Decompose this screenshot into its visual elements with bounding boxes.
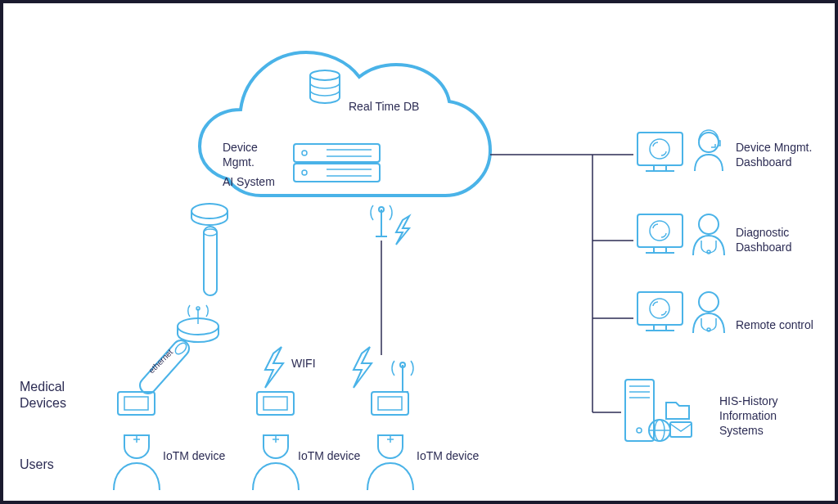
- his-label-2: Information: [719, 409, 777, 422]
- nurse-icon-2: [253, 435, 299, 490]
- svg-rect-9: [638, 133, 683, 165]
- svg-rect-46: [378, 397, 402, 410]
- bolt-cloud-icon: [396, 216, 409, 245]
- diagnostic-dash-2: Dashboard: [736, 241, 792, 254]
- svg-point-18: [699, 292, 719, 312]
- device-mgmt-dash-2: Dashboard: [736, 155, 792, 169]
- bolt-wifi-icon: [265, 347, 283, 388]
- iotm-device-2-icon: [257, 392, 294, 415]
- svg-rect-38: [124, 397, 148, 410]
- folder-icon: [666, 403, 689, 419]
- svg-rect-16: [638, 292, 683, 325]
- his-label-3: Systems: [719, 424, 764, 437]
- support-person-icon: [695, 130, 723, 171]
- antenna-bottom-icon: [392, 361, 413, 392]
- monitor-icon-3: [638, 292, 683, 331]
- svg-rect-45: [372, 392, 408, 415]
- diagnostic-dash-1: Diagnostic: [736, 226, 789, 239]
- monitor-icon-2: [638, 214, 683, 253]
- cloud-icon: [200, 52, 490, 196]
- svg-point-30: [204, 229, 217, 236]
- envelope-icon: [670, 422, 692, 437]
- monitor-icon-1: [638, 133, 683, 171]
- diagram-canvas: Real Time DB Device Mgmt. AI System Medi…: [3, 3, 835, 501]
- svg-point-4: [302, 170, 307, 175]
- medical-devices-label-1: Medical: [20, 380, 65, 394]
- users-label: Users: [20, 457, 54, 472]
- svg-point-17: [650, 299, 669, 318]
- svg-rect-41: [257, 392, 294, 415]
- svg-point-14: [699, 214, 719, 234]
- connector-cloud-right: [490, 155, 633, 412]
- svg-rect-42: [264, 397, 287, 410]
- svg-point-19: [707, 328, 710, 331]
- svg-rect-28: [670, 422, 692, 437]
- globe-icon: [649, 420, 670, 441]
- remote-control-label: Remote control: [736, 318, 813, 331]
- diagram-svg: [3, 3, 835, 501]
- doctor-icon-1: [693, 214, 724, 255]
- svg-rect-12: [638, 214, 683, 247]
- bolt-bottom-icon: [354, 347, 372, 388]
- svg-point-10: [650, 139, 669, 159]
- database-icon: [310, 70, 340, 103]
- svg-point-3: [302, 151, 307, 155]
- wifi-label: WIFI: [291, 357, 316, 370]
- device-mgmt-dash-1: Device Mngmt.: [736, 141, 812, 154]
- real-time-db-label: Real Time DB: [349, 100, 419, 113]
- router-mid-icon: [178, 305, 219, 342]
- device-mgmt-label-1: Device: [223, 141, 258, 154]
- svg-point-0: [310, 70, 340, 80]
- pipe-top-icon: [204, 227, 217, 295]
- svg-point-13: [650, 221, 669, 241]
- iotm-device-1-icon: [118, 392, 155, 415]
- svg-point-24: [637, 428, 642, 433]
- device-mgmt-label-2: Mgmt.: [223, 155, 255, 169]
- svg-point-15: [707, 250, 710, 254]
- ai-system-label: AI System: [223, 175, 275, 188]
- svg-point-29: [191, 204, 228, 218]
- medical-devices-label-2: Devices: [20, 396, 66, 411]
- svg-point-11: [699, 133, 719, 152]
- iotm-label-2: IoTM device: [298, 449, 360, 462]
- svg-rect-37: [118, 392, 155, 415]
- iotm-label-3: IoTM device: [417, 449, 479, 462]
- antenna-cloud-icon: [371, 205, 392, 236]
- server-icon: [294, 144, 380, 182]
- doctor-icon-2: [693, 292, 724, 333]
- nurse-icon-1: [114, 435, 160, 490]
- router-top-icon: [191, 204, 228, 225]
- iotm-label-1: IoTM device: [163, 449, 225, 462]
- nurse-icon-3: [367, 435, 413, 490]
- iotm-device-3-icon: [372, 392, 408, 415]
- his-label-1: HIS-History: [719, 394, 778, 407]
